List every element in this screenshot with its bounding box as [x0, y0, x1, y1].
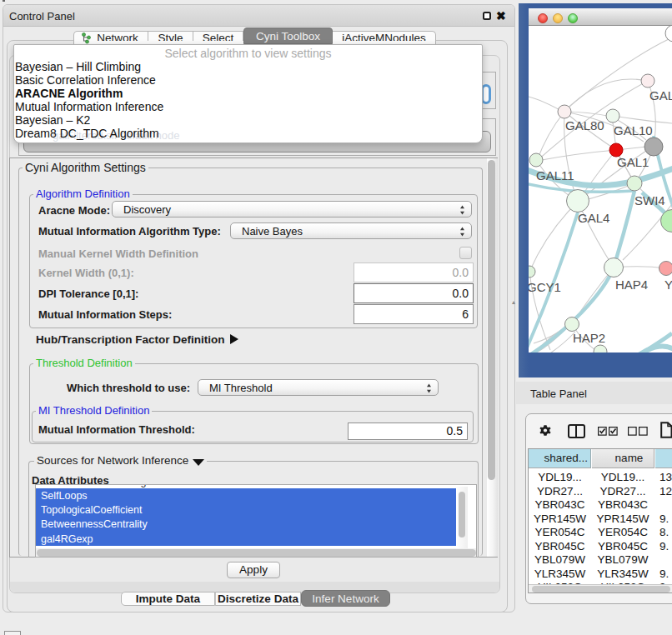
svg-text:GAL4: GAL4: [578, 211, 609, 225]
svg-text:GAL80: GAL80: [565, 118, 604, 132]
svg-text:GAL: GAL: [649, 88, 672, 102]
svg-text:GCY1: GCY1: [529, 280, 561, 294]
svg-text:GAL1: GAL1: [617, 155, 649, 169]
svg-text:HAP4: HAP4: [615, 278, 648, 292]
svg-text:HAP2: HAP2: [573, 331, 605, 345]
svg-text:SWI4: SWI4: [634, 193, 665, 208]
svg-text:Y: Y: [664, 278, 672, 292]
svg-text:GAL10: GAL10: [614, 123, 653, 138]
svg-text:GAL11: GAL11: [536, 168, 574, 182]
